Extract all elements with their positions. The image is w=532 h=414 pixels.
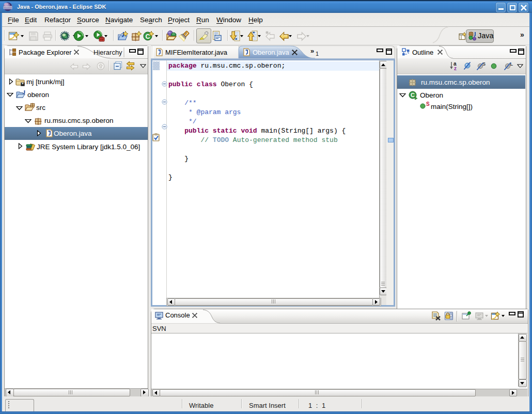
svg-text:z: z <box>454 66 457 71</box>
svg-text:L: L <box>510 61 513 67</box>
svg-text:S: S <box>482 61 486 67</box>
svg-text:C: C <box>411 92 415 98</box>
